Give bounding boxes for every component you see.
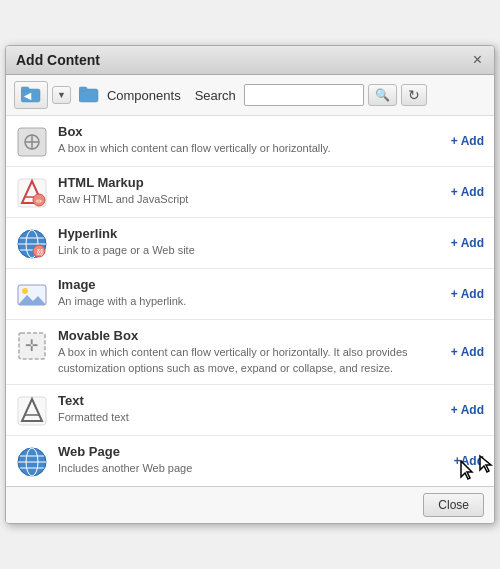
html-markup-add-button[interactable]: + Add: [451, 185, 484, 199]
refresh-button[interactable]: ↻: [401, 84, 427, 106]
dropdown-button[interactable]: ▼: [52, 86, 71, 104]
dialog-footer: Close: [6, 486, 494, 523]
list-item: Image An image with a hyperlink. + Add: [6, 269, 494, 320]
text-add-button[interactable]: + Add: [451, 403, 484, 417]
search-label: Search: [195, 88, 236, 103]
box-desc: A box in which content can flow vertical…: [58, 141, 441, 156]
hyperlink-desc: Link to a page or a Web site: [58, 243, 441, 258]
text-desc: Formatted text: [58, 410, 441, 425]
search-button[interactable]: 🔍: [368, 84, 397, 106]
box-text: Box A box in which content can flow vert…: [58, 124, 441, 156]
hyperlink-icon: ⛓: [16, 228, 48, 260]
back-icon: ◀: [21, 85, 41, 105]
image-name: Image: [58, 277, 441, 292]
web-page-desc: Includes another Web page: [58, 461, 444, 476]
image-add-button[interactable]: + Add: [451, 287, 484, 301]
html-markup-text: HTML Markup Raw HTML and JavaScript: [58, 175, 441, 207]
back-button[interactable]: ◀: [14, 81, 48, 109]
hyperlink-add-button[interactable]: + Add: [451, 236, 484, 250]
list-item: ⛓ Hyperlink Link to a page or a Web site…: [6, 218, 494, 269]
svg-text:✛: ✛: [25, 337, 38, 354]
image-desc: An image with a hyperlink.: [58, 294, 441, 309]
image-text: Image An image with a hyperlink.: [58, 277, 441, 309]
html-markup-icon: ✏: [16, 177, 48, 209]
svg-marker-34: [461, 461, 472, 479]
svg-text:✏: ✏: [36, 197, 43, 206]
dialog-close-button[interactable]: ×: [471, 52, 484, 68]
movable-box-add-button[interactable]: + Add: [451, 345, 484, 359]
folder-icon: [79, 85, 99, 106]
toolbar: ◀ ▼ Components Search 🔍 ↻: [6, 75, 494, 116]
web-page-name: Web Page: [58, 444, 444, 459]
web-page-text: Web Page Includes another Web page: [58, 444, 444, 476]
movable-box-desc: A box in which content can flow vertical…: [58, 345, 441, 376]
svg-rect-4: [79, 87, 87, 91]
hyperlink-text: Hyperlink Link to a page or a Web site: [58, 226, 441, 258]
movable-box-text: Movable Box A box in which content can f…: [58, 328, 441, 376]
web-page-icon: [16, 446, 48, 478]
refresh-icon: ↻: [408, 87, 420, 103]
svg-text:◀: ◀: [23, 91, 32, 101]
list-item: ✛ Movable Box A box in which content can…: [6, 320, 494, 385]
search-icon: 🔍: [375, 88, 390, 102]
dialog-title: Add Content: [16, 52, 100, 68]
svg-text:⛓: ⛓: [36, 248, 44, 257]
text-text: Text Formatted text: [58, 393, 441, 425]
list-item: ✏ HTML Markup Raw HTML and JavaScript + …: [6, 167, 494, 218]
text-icon: [16, 395, 48, 427]
list-item: Text Formatted text + Add: [6, 385, 494, 436]
hyperlink-name: Hyperlink: [58, 226, 441, 241]
folder-back-icon: ◀: [21, 85, 41, 103]
image-icon: [16, 279, 48, 311]
dropdown-icon: ▼: [57, 90, 66, 100]
list-item: Box A box in which content can flow vert…: [6, 116, 494, 167]
html-markup-name: HTML Markup: [58, 175, 441, 190]
web-page-add-button[interactable]: +Add: [454, 454, 484, 468]
html-markup-desc: Raw HTML and JavaScript: [58, 192, 441, 207]
cursor-icon: [458, 460, 476, 482]
box-icon: [16, 126, 48, 158]
search-input[interactable]: [244, 84, 364, 106]
movable-box-name: Movable Box: [58, 328, 441, 343]
list-item: Web Page Includes another Web page +Add: [6, 436, 494, 486]
close-button[interactable]: Close: [423, 493, 484, 517]
components-label: Components: [107, 88, 181, 103]
content-list: Box A box in which content can flow vert…: [6, 116, 494, 486]
add-content-dialog: Add Content × ◀ ▼ Components: [5, 45, 495, 524]
box-add-button[interactable]: + Add: [451, 134, 484, 148]
dialog-titlebar: Add Content ×: [6, 46, 494, 75]
movable-box-icon: ✛: [16, 330, 48, 362]
svg-point-22: [22, 288, 28, 294]
box-name: Box: [58, 124, 441, 139]
text-name: Text: [58, 393, 441, 408]
